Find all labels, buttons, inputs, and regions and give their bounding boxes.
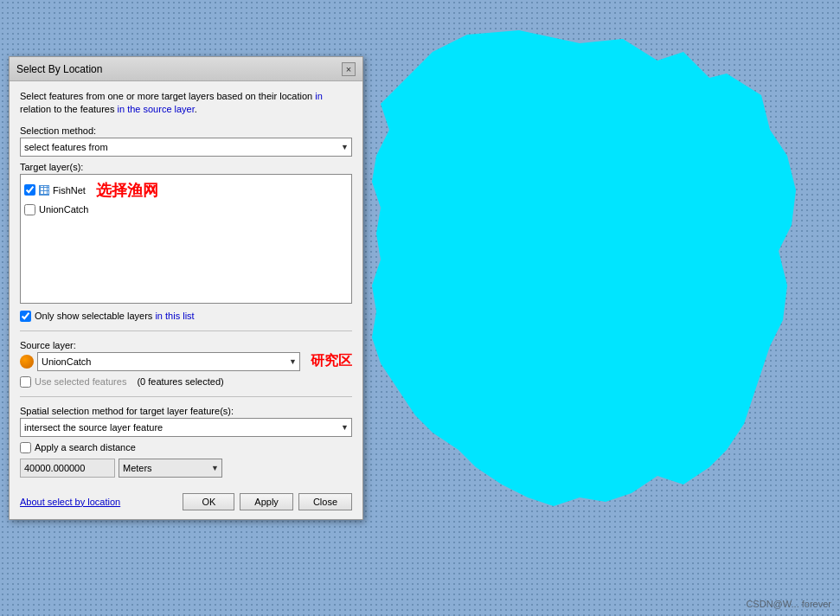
- search-distance-row: Meters Kilometers Feet Miles ▼: [20, 459, 352, 478]
- apply-distance-row: Apply a search distance: [20, 442, 352, 453]
- use-selected-row: Use selected features (0 features select…: [20, 376, 352, 388]
- dialog-title: Select By Location: [16, 63, 102, 75]
- dialog-titlebar: Select By Location ×: [10, 57, 362, 81]
- svg-marker-0: [372, 30, 796, 506]
- apply-distance-label: Apply a search distance: [35, 442, 136, 452]
- fishnet-checkbox[interactable]: [24, 184, 35, 196]
- button-row: OK Apply Close: [183, 493, 352, 510]
- selection-method-dropdown-container: select features from add to current sele…: [20, 138, 352, 157]
- use-selected-checkbox[interactable]: [20, 376, 31, 388]
- selection-method-select[interactable]: select features from add to current sele…: [20, 138, 352, 157]
- selection-method-section: Selection method: select features from a…: [20, 125, 352, 157]
- map-area: [363, 26, 840, 616]
- watermark: CSDN@W... forever: [746, 599, 831, 609]
- target-layers-section: Target layer(s): FishNet 选择渔网 UnionCatch: [20, 162, 352, 304]
- unioncatch-checkbox[interactable]: [24, 204, 35, 215]
- annotation-fishnet: 选择渔网: [96, 180, 158, 201]
- target-layers-box: FishNet 选择渔网 UnionCatch: [20, 174, 352, 304]
- list-item: FishNet 选择渔网: [24, 178, 348, 202]
- use-selected-label: Use selected features: [35, 376, 126, 387]
- features-selected-count: (0 features selected): [137, 376, 223, 387]
- dialog-footer: About select by location OK Apply Close: [10, 488, 362, 519]
- dialog-body: Select features from one or more target …: [10, 81, 362, 486]
- distance-input[interactable]: [20, 459, 115, 478]
- spatial-method-select[interactable]: intersect the source layer feature withi…: [20, 418, 352, 437]
- spatial-method-label: Spatial selection method for target laye…: [20, 406, 352, 416]
- apply-button[interactable]: Apply: [240, 493, 293, 510]
- about-link[interactable]: About select by location: [20, 497, 120, 507]
- only-show-checkbox[interactable]: [20, 311, 31, 322]
- source-layer-dropdown-container: UnionCatch FishNet ▼: [37, 352, 300, 371]
- fishnet-layer-icon: [39, 185, 49, 196]
- units-select[interactable]: Meters Kilometers Feet Miles: [119, 459, 222, 478]
- close-icon[interactable]: ×: [342, 62, 356, 76]
- close-button[interactable]: Close: [298, 493, 352, 510]
- list-item: UnionCatch: [24, 202, 348, 217]
- annotation-union-catch: 研究区: [311, 352, 352, 370]
- target-layers-label: Target layer(s):: [20, 162, 352, 172]
- source-layer-row: UnionCatch FishNet ▼ 研究区: [20, 352, 352, 371]
- only-show-row: Only show selectable layers in this list: [20, 311, 352, 322]
- ok-button[interactable]: OK: [183, 493, 234, 510]
- spatial-method-section: Spatial selection method for target laye…: [20, 406, 352, 437]
- only-show-label: Only show selectable layers in this list: [35, 311, 195, 321]
- units-dropdown-container: Meters Kilometers Feet Miles ▼: [119, 459, 222, 478]
- select-by-location-dialog: Select By Location × Select features fro…: [9, 56, 363, 520]
- fishnet-layer-label: FishNet: [53, 185, 86, 196]
- apply-distance-checkbox[interactable]: [20, 442, 31, 453]
- description-text: Select features from one or more target …: [20, 90, 352, 117]
- spatial-method-dropdown-container: intersect the source layer feature withi…: [20, 418, 352, 437]
- map-shape: [363, 26, 822, 571]
- unioncatch-layer-label: UnionCatch: [39, 204, 88, 215]
- source-layer-select[interactable]: UnionCatch FishNet: [37, 352, 300, 371]
- separator-1: [20, 330, 352, 331]
- source-layer-label: Source layer:: [20, 340, 352, 350]
- separator-2: [20, 396, 352, 397]
- source-layer-section: Source layer: UnionCatch FishNet ▼ 研究区: [20, 340, 352, 371]
- source-layer-icon: [20, 355, 34, 369]
- selection-method-label: Selection method:: [20, 125, 352, 136]
